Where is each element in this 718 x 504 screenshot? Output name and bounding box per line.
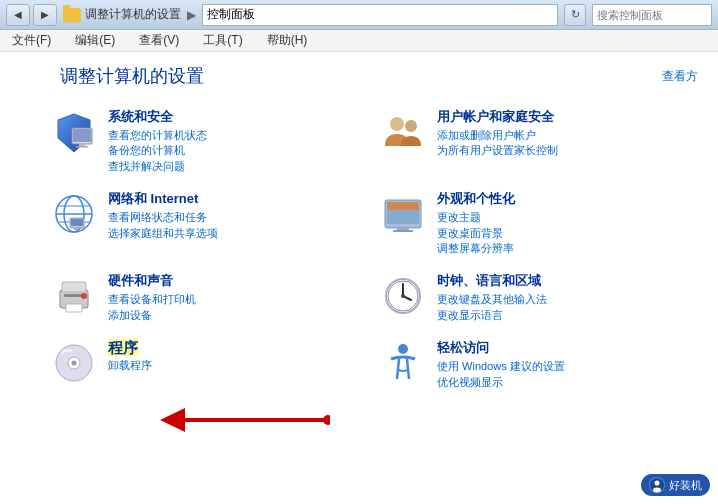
clock-icon	[379, 272, 427, 320]
svg-rect-23	[66, 304, 82, 312]
programs-item[interactable]: 程序 卸载程序	[40, 331, 369, 398]
hardware-desc: 查看设备和打印机 添加设备	[108, 292, 359, 323]
easy-access-icon	[379, 339, 427, 387]
svg-marker-35	[160, 408, 185, 432]
user-accounts-item[interactable]: 用户帐户和家庭安全 添加或删除用户帐户 为所有用户设置家长控制	[369, 100, 698, 182]
search-input[interactable]	[592, 4, 712, 26]
svg-point-39	[653, 488, 661, 493]
system-security-text: 系统和安全 查看您的计算机状态 备份您的计算机 查找并解决问题	[108, 108, 359, 174]
hardware-icon	[50, 272, 98, 320]
network-text: 网络和 Internet 查看网络状态和任务 选择家庭组和共享选项	[108, 190, 359, 241]
appearance-icon	[379, 190, 427, 238]
system-security-icon	[50, 108, 98, 156]
svg-rect-17	[387, 202, 419, 210]
view-options[interactable]: 查看方	[662, 68, 698, 85]
page-title: 调整计算机的设置	[60, 64, 204, 88]
svg-rect-19	[393, 230, 413, 232]
network-item[interactable]: 网络和 Internet 查看网络状态和任务 选择家庭组和共享选项	[40, 182, 369, 264]
hardware-item[interactable]: 硬件和声音 查看设备和打印机 添加设备	[40, 264, 369, 331]
watermark: 好装机	[641, 474, 710, 496]
watermark-label: 好装机	[669, 478, 702, 493]
hardware-title: 硬件和声音	[108, 272, 359, 290]
svg-point-6	[405, 120, 417, 132]
menu-view[interactable]: 查看(V)	[135, 30, 183, 51]
folder-icon	[63, 8, 81, 22]
svg-point-24	[81, 293, 87, 299]
back-button[interactable]: ◀	[6, 4, 30, 26]
clock-text: 时钟、语言和区域 更改键盘及其他输入法 更改显示语言	[437, 272, 688, 323]
easy-access-item[interactable]: 轻松访问 使用 Windows 建议的设置 优化视频显示	[369, 331, 698, 398]
appearance-title: 外观和个性化	[437, 190, 688, 208]
menu-file[interactable]: 文件(F)	[8, 30, 55, 51]
user-accounts-title: 用户帐户和家庭安全	[437, 108, 688, 126]
clock-item[interactable]: 时钟、语言和区域 更改键盘及其他输入法 更改显示语言	[369, 264, 698, 331]
network-title: 网络和 Internet	[108, 190, 359, 208]
programs-desc: 卸载程序	[108, 358, 359, 373]
menu-help[interactable]: 帮助(H)	[263, 30, 312, 51]
menu-tools[interactable]: 工具(T)	[199, 30, 246, 51]
svg-rect-21	[64, 294, 84, 297]
menu-edit[interactable]: 编辑(E)	[71, 30, 119, 51]
clock-desc: 更改键盘及其他输入法 更改显示语言	[437, 292, 688, 323]
svg-point-32	[72, 361, 77, 366]
programs-icon	[50, 339, 98, 387]
easy-access-desc: 使用 Windows 建议的设置 优化视频显示	[437, 359, 688, 390]
nav-buttons: ◀ ▶	[6, 4, 57, 26]
appearance-item[interactable]: 外观和个性化 更改主题 更改桌面背景 调整屏幕分辨率	[369, 182, 698, 264]
cp-header: 调整计算机的设置 查看方	[0, 52, 718, 96]
network-icon	[50, 190, 98, 238]
programs-text: 程序 卸载程序	[108, 339, 359, 373]
user-accounts-icon	[379, 108, 427, 156]
svg-point-29	[401, 294, 405, 298]
programs-title: 程序	[108, 339, 138, 356]
system-security-title: 系统和安全	[108, 108, 359, 126]
svg-point-36	[323, 415, 330, 425]
menu-bar: 文件(F) 编辑(E) 查看(V) 工具(T) 帮助(H)	[0, 30, 718, 52]
forward-button[interactable]: ▶	[33, 4, 57, 26]
cp-grid: 系统和安全 查看您的计算机状态 备份您的计算机 查找并解决问题	[0, 96, 718, 402]
refresh-button[interactable]: ↻	[564, 4, 586, 26]
watermark-icon	[649, 477, 665, 493]
easy-access-text: 轻松访问 使用 Windows 建议的设置 优化视频显示	[437, 339, 688, 390]
main-content: 调整计算机的设置 查看方	[0, 52, 718, 504]
system-security-item[interactable]: 系统和安全 查看您的计算机状态 备份您的计算机 查找并解决问题	[40, 100, 369, 182]
svg-rect-13	[71, 219, 83, 226]
network-desc: 查看网络状态和任务 选择家庭组和共享选项	[108, 210, 359, 241]
breadcrumb-separator: ▶	[187, 8, 196, 22]
svg-point-33	[398, 344, 408, 354]
svg-rect-4	[76, 146, 88, 148]
address-input[interactable]	[202, 4, 558, 26]
svg-point-38	[655, 481, 660, 486]
easy-access-title: 轻松访问	[437, 339, 688, 357]
user-accounts-desc: 添加或删除用户帐户 为所有用户设置家长控制	[437, 128, 688, 159]
appearance-text: 外观和个性化 更改主题 更改桌面背景 调整屏幕分辨率	[437, 190, 688, 256]
system-security-desc: 查看您的计算机状态 备份您的计算机 查找并解决问题	[108, 128, 359, 174]
appearance-desc: 更改主题 更改桌面背景 调整屏幕分辨率	[437, 210, 688, 256]
clock-title: 时钟、语言和区域	[437, 272, 688, 290]
user-accounts-text: 用户帐户和家庭安全 添加或删除用户帐户 为所有用户设置家长控制	[437, 108, 688, 159]
svg-rect-22	[62, 282, 86, 292]
address-bar: 调整计算机的设置 ▶	[63, 4, 558, 26]
svg-rect-2	[73, 129, 91, 142]
svg-rect-14	[74, 228, 78, 230]
breadcrumb: 调整计算机的设置	[85, 6, 181, 23]
hardware-text: 硬件和声音 查看设备和打印机 添加设备	[108, 272, 359, 323]
svg-point-5	[390, 117, 404, 131]
title-bar: ◀ ▶ 调整计算机的设置 ▶ ↻	[0, 0, 718, 30]
